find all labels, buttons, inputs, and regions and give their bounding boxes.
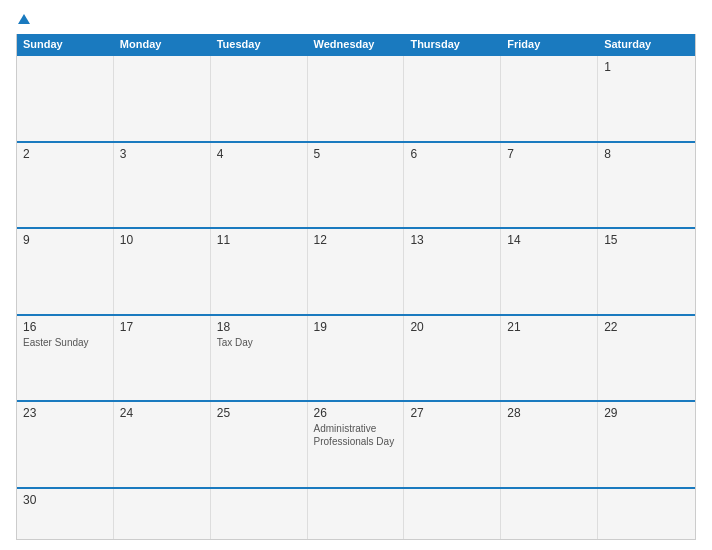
day-number: 14 xyxy=(507,233,591,247)
calendar-cell: 25 xyxy=(211,402,308,487)
day-number: 21 xyxy=(507,320,591,334)
day-number: 11 xyxy=(217,233,301,247)
calendar-cell: 26Administrative Professionals Day xyxy=(308,402,405,487)
weekday-header-thursday: Thursday xyxy=(404,34,501,54)
calendar-cell: 16Easter Sunday xyxy=(17,316,114,401)
day-event: Administrative Professionals Day xyxy=(314,422,398,448)
calendar-week-3: 9101112131415 xyxy=(17,227,695,314)
day-event: Tax Day xyxy=(217,336,301,349)
calendar-cell: 9 xyxy=(17,229,114,314)
day-number: 29 xyxy=(604,406,689,420)
day-number: 18 xyxy=(217,320,301,334)
calendar-page: SundayMondayTuesdayWednesdayThursdayFrid… xyxy=(0,0,712,550)
calendar-week-4: 16Easter Sunday1718Tax Day19202122 xyxy=(17,314,695,401)
day-number: 4 xyxy=(217,147,301,161)
weekday-header-friday: Friday xyxy=(501,34,598,54)
day-number: 27 xyxy=(410,406,494,420)
calendar-cell xyxy=(501,489,598,539)
calendar-cell: 5 xyxy=(308,143,405,228)
day-number: 28 xyxy=(507,406,591,420)
day-number: 15 xyxy=(604,233,689,247)
calendar-cell: 21 xyxy=(501,316,598,401)
day-number: 2 xyxy=(23,147,107,161)
calendar-cell: 20 xyxy=(404,316,501,401)
calendar-cell: 29 xyxy=(598,402,695,487)
calendar-cell: 17 xyxy=(114,316,211,401)
day-number: 1 xyxy=(604,60,689,74)
day-number: 30 xyxy=(23,493,107,507)
weekday-header-wednesday: Wednesday xyxy=(308,34,405,54)
calendar-cell: 1 xyxy=(598,56,695,141)
day-number: 13 xyxy=(410,233,494,247)
day-number: 16 xyxy=(23,320,107,334)
calendar-cell: 2 xyxy=(17,143,114,228)
day-number: 20 xyxy=(410,320,494,334)
day-number: 6 xyxy=(410,147,494,161)
calendar-cell: 4 xyxy=(211,143,308,228)
calendar-cell: 18Tax Day xyxy=(211,316,308,401)
calendar-cell: 11 xyxy=(211,229,308,314)
weekday-header-monday: Monday xyxy=(114,34,211,54)
calendar-cell: 6 xyxy=(404,143,501,228)
calendar-week-6: 30 xyxy=(17,487,695,539)
calendar-week-1: 1 xyxy=(17,54,695,141)
calendar-cell xyxy=(211,56,308,141)
day-number: 25 xyxy=(217,406,301,420)
calendar-cell: 13 xyxy=(404,229,501,314)
calendar-grid: SundayMondayTuesdayWednesdayThursdayFrid… xyxy=(16,34,696,540)
day-number: 19 xyxy=(314,320,398,334)
calendar-cell xyxy=(114,56,211,141)
calendar-cell: 23 xyxy=(17,402,114,487)
calendar-cell xyxy=(598,489,695,539)
calendar-cell xyxy=(501,56,598,141)
day-number: 7 xyxy=(507,147,591,161)
calendar-cell: 8 xyxy=(598,143,695,228)
calendar-cell: 28 xyxy=(501,402,598,487)
day-number: 10 xyxy=(120,233,204,247)
calendar-cell xyxy=(17,56,114,141)
calendar-cell: 27 xyxy=(404,402,501,487)
day-number: 26 xyxy=(314,406,398,420)
day-number: 24 xyxy=(120,406,204,420)
day-number: 8 xyxy=(604,147,689,161)
day-event: Easter Sunday xyxy=(23,336,107,349)
logo xyxy=(16,14,32,24)
weekday-header-saturday: Saturday xyxy=(598,34,695,54)
calendar-cell xyxy=(404,56,501,141)
weekday-header-tuesday: Tuesday xyxy=(211,34,308,54)
calendar-cell: 19 xyxy=(308,316,405,401)
day-number: 17 xyxy=(120,320,204,334)
calendar-cell xyxy=(211,489,308,539)
day-number: 12 xyxy=(314,233,398,247)
day-number: 22 xyxy=(604,320,689,334)
calendar-cell xyxy=(308,489,405,539)
calendar-week-5: 23242526Administrative Professionals Day… xyxy=(17,400,695,487)
calendar-cell: 30 xyxy=(17,489,114,539)
calendar-cell: 10 xyxy=(114,229,211,314)
calendar-cell xyxy=(308,56,405,141)
calendar-cell: 7 xyxy=(501,143,598,228)
calendar-header-row: SundayMondayTuesdayWednesdayThursdayFrid… xyxy=(17,34,695,54)
day-number: 3 xyxy=(120,147,204,161)
calendar-cell xyxy=(404,489,501,539)
calendar-cell: 12 xyxy=(308,229,405,314)
calendar-cell: 14 xyxy=(501,229,598,314)
day-number: 9 xyxy=(23,233,107,247)
calendar-cell xyxy=(114,489,211,539)
weekday-header-sunday: Sunday xyxy=(17,34,114,54)
day-number: 23 xyxy=(23,406,107,420)
day-number: 5 xyxy=(314,147,398,161)
calendar-cell: 15 xyxy=(598,229,695,314)
calendar-cell: 22 xyxy=(598,316,695,401)
calendar-cell: 24 xyxy=(114,402,211,487)
page-header xyxy=(16,14,696,24)
calendar-week-2: 2345678 xyxy=(17,141,695,228)
calendar-cell: 3 xyxy=(114,143,211,228)
logo-triangle-icon xyxy=(18,14,30,24)
